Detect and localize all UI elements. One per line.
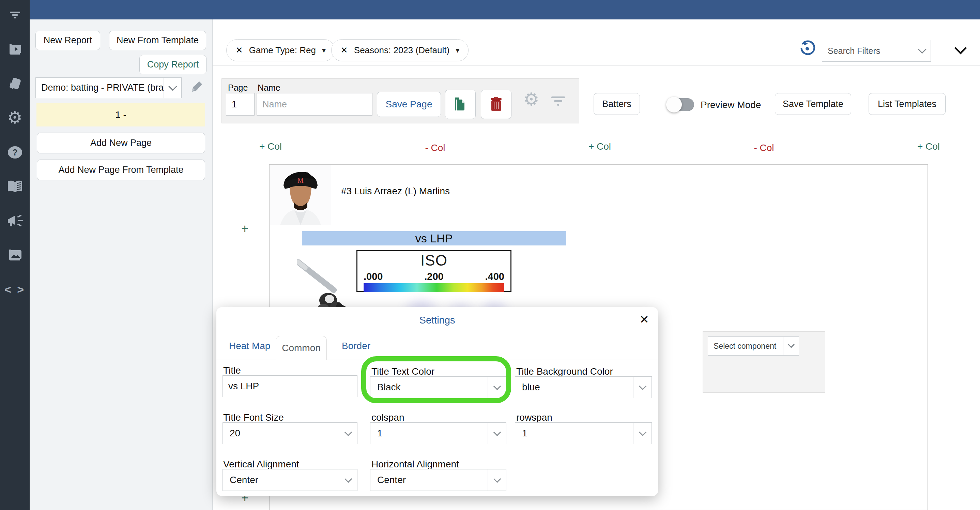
report-panel: New Report New From Template Copy Report… — [30, 19, 213, 510]
save-template-button[interactable]: Save Template — [775, 93, 851, 115]
modal-title: Settings — [216, 315, 658, 326]
page-filter-icon[interactable] — [550, 95, 566, 109]
page-number-input[interactable] — [226, 93, 255, 116]
history-restore-icon[interactable] — [799, 40, 816, 59]
filter-chip-label: Game Type: Reg — [249, 45, 316, 56]
horizontal-alignment-select[interactable]: Center — [370, 469, 506, 491]
tab-heat-map[interactable]: Heat Map — [229, 341, 270, 351]
copy-icon — [453, 97, 467, 112]
remove-column-button[interactable]: - Col — [425, 142, 445, 153]
component-select[interactable]: Select component — [708, 336, 799, 355]
title-text-color-select[interactable]: Black — [370, 376, 506, 398]
title-bg-color-label: Title Background Color — [516, 366, 613, 377]
component-select-placeholder: Select component — [708, 342, 783, 351]
vertical-alignment-select[interactable]: Center — [223, 469, 358, 491]
add-column-button[interactable]: + Col — [917, 141, 940, 152]
legend-tick-mid: .200 — [424, 271, 443, 282]
player-photo: M — [270, 165, 331, 226]
legend-tick-min: .000 — [364, 271, 383, 282]
divider — [213, 65, 980, 66]
search-filters-placeholder: Search Filters — [822, 46, 913, 56]
filter-chip-game-type[interactable]: ✕ Game Type: Reg ▾ — [226, 39, 335, 61]
add-column-button[interactable]: + Col — [259, 141, 282, 152]
page-label: Page — [228, 83, 248, 93]
add-row-button[interactable]: + — [241, 222, 248, 236]
preview-mode-label: Preview Mode — [701, 100, 761, 110]
close-icon[interactable]: ✕ — [235, 45, 243, 56]
close-icon[interactable]: ✕ — [640, 312, 649, 326]
tab-border[interactable]: Border — [342, 341, 371, 351]
chevron-down-icon[interactable] — [913, 40, 931, 61]
preview-mode-toggle[interactable] — [668, 98, 694, 111]
book-icon[interactable] — [0, 179, 30, 195]
horizontal-alignment-label: Horizontal Alignment — [371, 459, 459, 470]
save-page-button[interactable]: Save Page — [377, 92, 441, 117]
video-library-icon[interactable] — [0, 41, 30, 59]
chevron-down-icon[interactable] — [339, 423, 357, 444]
legend-gradient — [364, 283, 504, 292]
title-font-size-select[interactable]: 20 — [223, 422, 358, 444]
page-list-item[interactable]: 1 - — [37, 103, 205, 126]
sidebar-nav: ⚙ ? < > — [0, 0, 30, 510]
section-title-bar[interactable]: vs LHP — [302, 231, 566, 245]
chevron-down-icon[interactable] — [488, 469, 506, 491]
gear-icon[interactable]: ⚙ — [0, 109, 30, 126]
new-from-template-button[interactable]: New From Template — [109, 31, 206, 50]
cards-icon[interactable] — [0, 76, 30, 93]
add-new-page-button[interactable]: Add New Page — [37, 132, 205, 153]
rowspan-select[interactable]: 1 — [515, 422, 652, 444]
rowspan-label: rowspan — [516, 412, 552, 423]
title-text-color-label: Title Text Color — [371, 366, 434, 377]
settings-modal: Settings ✕ Heat Map Common Border Title … — [216, 307, 658, 496]
legend-title: ISO — [358, 252, 511, 269]
svg-text:?: ? — [12, 147, 18, 158]
title-bg-color-select[interactable]: blue — [515, 376, 652, 398]
toggle-knob — [666, 97, 682, 113]
copy-report-button[interactable]: Copy Report — [139, 55, 207, 74]
page-settings-gear-icon[interactable]: ⚙ — [523, 89, 539, 110]
filter-icon[interactable] — [0, 9, 30, 22]
name-label: Name — [258, 83, 280, 93]
title-font-size-label: Title Font Size — [223, 412, 284, 423]
chevron-down-icon[interactable]: ▾ — [322, 46, 326, 55]
chevron-down-icon[interactable] — [164, 78, 181, 98]
title-label: Title — [223, 365, 241, 376]
page-name-input[interactable] — [256, 93, 372, 116]
colspan-select[interactable]: 1 — [370, 422, 506, 444]
close-icon[interactable]: ✕ — [340, 45, 348, 56]
code-icon[interactable]: < > — [0, 283, 30, 296]
chevron-down-icon[interactable] — [488, 423, 506, 444]
report-select[interactable]: Demo: batting - PRIVATE (brad... — [35, 77, 181, 98]
new-report-button[interactable]: New Report — [35, 31, 100, 50]
add-column-button[interactable]: + Col — [589, 141, 611, 152]
batters-button[interactable]: Batters — [593, 93, 640, 115]
copy-page-button[interactable] — [445, 90, 476, 119]
edit-report-icon[interactable] — [189, 80, 203, 95]
list-templates-button[interactable]: List Templates — [869, 93, 946, 115]
chevron-down-icon[interactable] — [633, 423, 652, 444]
collapse-filters-icon[interactable] — [956, 44, 965, 53]
chevron-down-icon[interactable] — [339, 469, 357, 491]
vertical-alignment-label: Vertical Alignment — [223, 459, 299, 470]
search-filters-select[interactable]: Search Filters — [822, 40, 931, 62]
top-bar — [30, 0, 980, 19]
colspan-label: colspan — [371, 412, 404, 423]
chevron-down-icon[interactable] — [783, 337, 799, 355]
legend-tick-max: .400 — [485, 271, 504, 282]
page-form-panel: Page Name Save Page ⚙ — [221, 78, 579, 123]
chevron-down-icon[interactable]: ▾ — [456, 46, 459, 55]
tab-common[interactable]: Common — [276, 336, 327, 360]
help-icon[interactable]: ? — [0, 145, 30, 162]
remove-column-button[interactable]: - Col — [754, 142, 774, 153]
image-library-icon[interactable] — [0, 247, 30, 264]
add-new-page-from-template-button[interactable]: Add New Page From Template — [37, 159, 205, 180]
trash-icon — [490, 97, 502, 112]
chevron-down-icon[interactable] — [633, 377, 652, 398]
megaphone-icon[interactable] — [0, 214, 30, 230]
delete-page-button[interactable] — [481, 90, 511, 119]
filter-chip-seasons[interactable]: ✕ Seasons: 2023 (Default) ▾ — [331, 39, 469, 61]
component-cell: Select component — [703, 332, 825, 393]
chevron-down-icon[interactable] — [488, 377, 506, 398]
heatmap-legend[interactable]: ISO .000 .200 .400 — [356, 250, 511, 292]
title-input[interactable] — [223, 375, 358, 397]
